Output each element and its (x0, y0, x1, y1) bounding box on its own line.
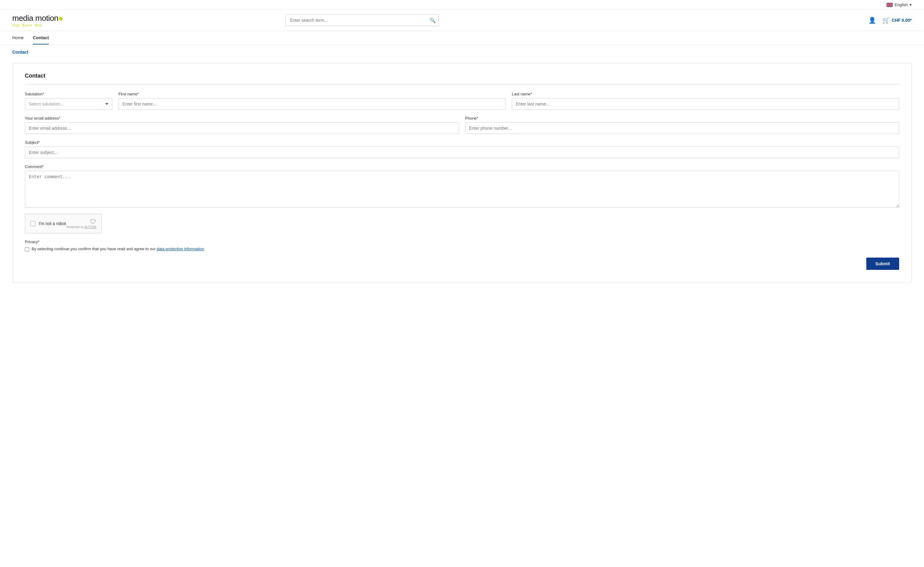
user-account-button[interactable]: 👤 (868, 16, 876, 24)
subject-group: Subject* (25, 140, 899, 158)
form-title: Contact (25, 73, 899, 84)
subject-label: Subject* (25, 140, 899, 145)
language-label: English (894, 3, 908, 7)
breadcrumb-link[interactable]: Contact (12, 50, 28, 55)
privacy-section: Privacy* By selecting continue you confi… (25, 240, 899, 252)
phone-input[interactable] (465, 122, 900, 134)
first-name-group: First name* (119, 92, 506, 110)
flag-icon (886, 3, 893, 7)
top-bar: English ▾ (0, 0, 924, 10)
captcha-protected-text: Protected by (67, 225, 84, 229)
email-group: Your email address* (25, 116, 459, 134)
salutation-select[interactable]: Select salutation... Mr. Ms. Mx. (25, 98, 112, 110)
logo-subtitle: Kopf. Bauch. Web. (12, 24, 68, 27)
privacy-link[interactable]: data protection information (157, 246, 204, 251)
last-name-input[interactable] (512, 98, 899, 110)
search-area: 🔍 (285, 14, 439, 26)
header-actions: 👤 🛒 CHF 0.00* (868, 16, 912, 24)
privacy-label: Privacy* (25, 240, 899, 244)
language-dropdown-arrow: ▾ (910, 3, 912, 7)
phone-label: Phone* (465, 116, 900, 120)
privacy-checkbox[interactable] (25, 247, 29, 252)
captcha-footer: Protected by ALTCHA (67, 225, 96, 229)
language-selector[interactable]: English ▾ (886, 3, 912, 7)
navigation: Home Contact (0, 31, 924, 45)
submit-area: Submit (25, 258, 899, 270)
cart-icon: 🛒 (882, 16, 890, 24)
privacy-text-before: By selecting continue you confirm that y… (32, 246, 157, 251)
form-row-comment: Comment* (25, 164, 899, 208)
subject-input[interactable] (25, 147, 899, 158)
search-icon: 🔍 (430, 18, 436, 23)
phone-group: Phone* (465, 116, 900, 134)
logo[interactable]: media motion Kopf. Bauch. Web. (12, 14, 68, 27)
logo-dot (59, 17, 63, 21)
salutation-group: Salutation* Select salutation... Mr. Ms.… (25, 92, 112, 110)
nav-item-home[interactable]: Home (12, 31, 24, 45)
comment-label: Comment* (25, 164, 899, 169)
captcha-shield-icon: 🛡 (90, 218, 96, 225)
form-row-subject: Subject* (25, 140, 899, 158)
form-row-contact: Your email address* Phone* (25, 116, 899, 134)
cart-price: CHF 0.00* (892, 18, 912, 23)
contact-form-card: Contact Salutation* Select salutation...… (12, 63, 912, 282)
privacy-text-after: . (204, 246, 205, 251)
captcha-right: 🛡 Protected by ALTCHA (67, 218, 96, 229)
privacy-row: By selecting continue you confirm that y… (25, 246, 899, 252)
last-name-group: Last name* (512, 92, 899, 110)
user-icon: 👤 (868, 17, 876, 24)
last-name-label: Last name* (512, 92, 899, 96)
captcha-left: I'm not a robot (30, 221, 66, 226)
first-name-input[interactable] (119, 98, 506, 110)
nav-item-contact[interactable]: Contact (33, 31, 49, 45)
first-name-label: First name* (119, 92, 506, 96)
captcha-checkbox[interactable] (30, 221, 36, 226)
search-button[interactable]: 🔍 (430, 18, 436, 23)
main-content: Contact Salutation* Select salutation...… (0, 57, 924, 301)
comment-textarea[interactable] (25, 171, 899, 208)
logo-text: media motion (12, 14, 68, 23)
form-row-name: Salutation* Select salutation... Mr. Ms.… (25, 92, 899, 110)
altcha-link[interactable]: ALTCHA (84, 225, 96, 229)
comment-group: Comment* (25, 164, 899, 208)
search-input[interactable] (285, 14, 439, 26)
captcha-label: I'm not a robot (39, 221, 66, 226)
captcha-widget: I'm not a robot 🛡 Protected by ALTCHA (25, 214, 102, 233)
cart-button[interactable]: 🛒 CHF 0.00* (882, 16, 912, 24)
breadcrumb: Contact (0, 45, 924, 57)
email-input[interactable] (25, 122, 459, 134)
salutation-label: Salutation* (25, 92, 112, 96)
header: media motion Kopf. Bauch. Web. 🔍 👤 🛒 CHF… (0, 10, 924, 31)
submit-button[interactable]: Submit (866, 258, 899, 270)
privacy-text: By selecting continue you confirm that y… (32, 246, 205, 251)
email-label: Your email address* (25, 116, 459, 120)
